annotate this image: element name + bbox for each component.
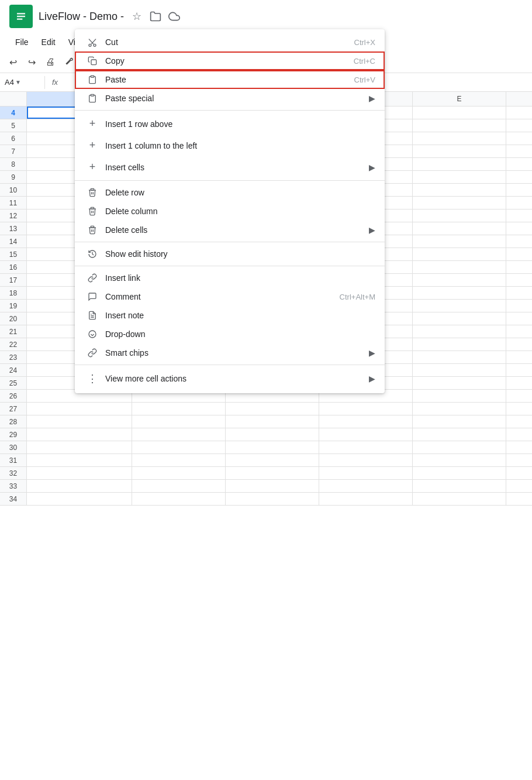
cell-E32[interactable] [413,467,506,479]
cell-E15[interactable] [413,248,506,260]
cell-A33[interactable] [27,480,132,492]
ctx-item-insert-note[interactable]: Insert note [75,306,385,325]
menu-edit[interactable]: Edit [36,34,61,50]
cell-E22[interactable] [413,338,506,351]
cell-E23[interactable] [413,351,506,363]
cell-E14[interactable] [413,235,506,248]
cell-E18[interactable] [413,287,506,299]
row-num-24[interactable]: 24 [0,364,27,376]
ctx-item-show-edit-history[interactable]: Show edit history [75,245,385,263]
row-num-25[interactable]: 25 [0,377,27,389]
ctx-item-cut[interactable]: CutCtrl+X [75,33,385,51]
cell-C30[interactable] [226,441,319,453]
cell-D27[interactable] [319,403,413,415]
ctx-item-delete-col[interactable]: Delete column [75,202,385,221]
cell-E4[interactable] [413,106,506,119]
row-num-15[interactable]: 15 [0,248,27,260]
cell-E7[interactable] [413,145,506,157]
undo-button[interactable]: ↩ [5,54,21,70]
ctx-item-insert-col[interactable]: +Insert 1 column to the left [75,135,385,156]
cell-A32[interactable] [27,467,132,479]
cell-E16[interactable] [413,261,506,273]
menu-file[interactable]: File [9,34,34,50]
row-num-11[interactable]: 11 [0,197,27,209]
row-num-31[interactable]: 31 [0,454,27,466]
ctx-item-comment[interactable]: CommentCtrl+Alt+M [75,287,385,306]
row-num-33[interactable]: 33 [0,480,27,492]
row-num-18[interactable]: 18 [0,287,27,299]
cell-E10[interactable] [413,184,506,196]
cell-E17[interactable] [413,274,506,286]
cell-A34[interactable] [27,493,132,505]
col-header-E[interactable]: E [413,92,506,106]
cell-C29[interactable] [226,428,319,441]
cell-E28[interactable] [413,415,506,428]
cell-D33[interactable] [319,480,413,492]
ctx-item-view-more[interactable]: ⋮View more cell actions▶ [75,367,385,390]
row-num-19[interactable]: 19 [0,300,27,312]
star-icon[interactable]: ☆ [130,9,144,23]
cell-D30[interactable] [319,441,413,453]
row-num-17[interactable]: 17 [0,274,27,286]
cell-A30[interactable] [27,441,132,453]
row-num-34[interactable]: 34 [0,493,27,505]
row-num-30[interactable]: 30 [0,441,27,453]
cell-E24[interactable] [413,364,506,376]
ctx-item-insert-row[interactable]: +Insert 1 row above [75,113,385,135]
row-num-28[interactable]: 28 [0,415,27,428]
print-button[interactable]: 🖨 [42,54,58,70]
cell-C27[interactable] [226,403,319,415]
cell-C32[interactable] [226,467,319,479]
ctx-item-delete-row[interactable]: Delete row [75,183,385,202]
cell-E34[interactable] [413,493,506,505]
row-num-4[interactable]: 4 [0,106,27,119]
row-num-22[interactable]: 22 [0,338,27,351]
row-num-20[interactable]: 20 [0,312,27,325]
cell-E5[interactable] [413,119,506,132]
cell-E31[interactable] [413,454,506,466]
cell-E6[interactable] [413,132,506,145]
cell-B33[interactable] [132,480,226,492]
cell-E29[interactable] [413,428,506,441]
cell-B31[interactable] [132,454,226,466]
cell-E30[interactable] [413,441,506,453]
cell-E13[interactable] [413,222,506,235]
cell-E9[interactable] [413,171,506,183]
cell-E21[interactable] [413,325,506,338]
ctx-item-smart-chips[interactable]: Smart chips▶ [75,343,385,362]
cell-B27[interactable] [132,403,226,415]
cell-D34[interactable] [319,493,413,505]
cell-E11[interactable] [413,197,506,209]
ctx-item-copy[interactable]: CopyCtrl+C [75,51,385,70]
cell-B32[interactable] [132,467,226,479]
cell-E27[interactable] [413,403,506,415]
cell-E20[interactable] [413,312,506,325]
row-num-12[interactable]: 12 [0,209,27,222]
row-num-7[interactable]: 7 [0,145,27,157]
ctx-item-paste-special[interactable]: Paste special▶ [75,89,385,108]
cell-C28[interactable] [226,415,319,428]
cloud-icon[interactable] [167,9,181,23]
row-num-26[interactable]: 26 [0,390,27,402]
row-num-16[interactable]: 16 [0,261,27,273]
cell-B29[interactable] [132,428,226,441]
redo-button[interactable]: ↪ [23,54,40,70]
cell-D29[interactable] [319,428,413,441]
row-num-13[interactable]: 13 [0,222,27,235]
cell-A27[interactable] [27,403,132,415]
row-num-23[interactable]: 23 [0,351,27,363]
cell-E8[interactable] [413,158,506,170]
row-num-27[interactable]: 27 [0,403,27,415]
cell-A31[interactable] [27,454,132,466]
cell-E26[interactable] [413,390,506,402]
cell-D32[interactable] [319,467,413,479]
row-num-14[interactable]: 14 [0,235,27,248]
ctx-item-dropdown[interactable]: Drop-down [75,325,385,343]
cell-A28[interactable] [27,415,132,428]
cell-E33[interactable] [413,480,506,492]
cell-E12[interactable] [413,209,506,222]
row-num-5[interactable]: 5 [0,119,27,132]
cell-C33[interactable] [226,480,319,492]
ctx-item-paste[interactable]: PasteCtrl+V [75,70,385,89]
cell-reference[interactable]: A4 ▼ [5,78,40,87]
